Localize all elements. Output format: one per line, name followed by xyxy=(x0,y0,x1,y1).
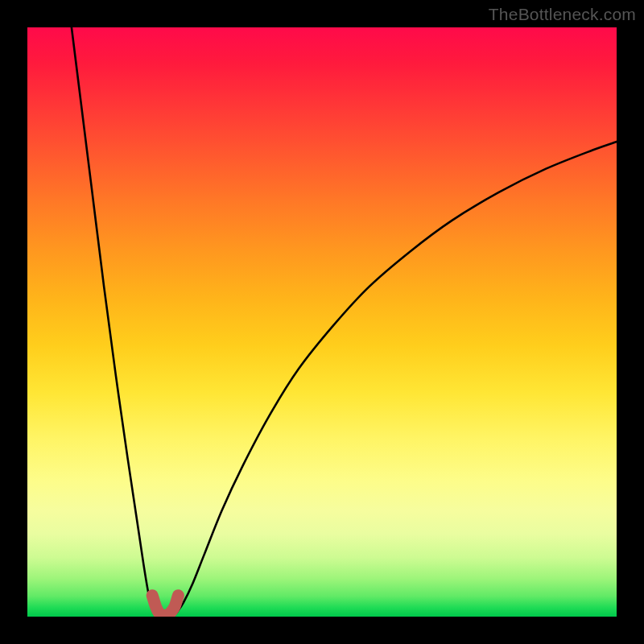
chart-frame: TheBottleneck.com xyxy=(0,0,644,644)
watermark-text: TheBottleneck.com xyxy=(489,5,636,24)
curve-layer xyxy=(27,27,617,617)
plot-area xyxy=(27,27,617,617)
bottleneck-curve xyxy=(72,27,617,617)
optimal-point-marker xyxy=(152,596,178,616)
